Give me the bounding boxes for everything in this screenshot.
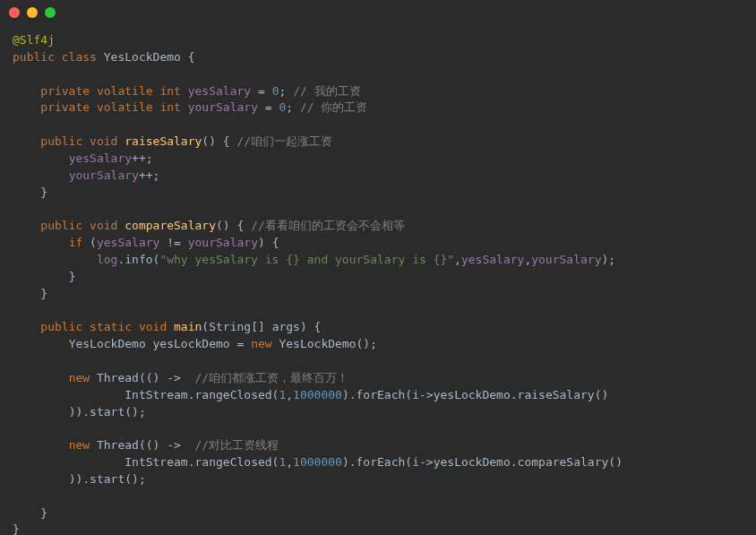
lambda-param: i: [412, 388, 419, 401]
field-ref: yesSalary: [461, 253, 524, 266]
keyword-int: int: [159, 84, 180, 98]
method-call: start: [90, 472, 125, 486]
method-call: forEach: [357, 388, 406, 401]
comment: //咱们一起涨工资: [236, 134, 332, 148]
field-name: yourSalary: [188, 100, 258, 114]
method-call: raiseSalary: [518, 388, 595, 401]
keyword-int: int: [159, 100, 180, 114]
method-call: compareSalary: [518, 455, 609, 469]
close-icon[interactable]: [9, 7, 20, 18]
class-ref: IntStream: [125, 455, 187, 469]
method-call: forEach: [357, 455, 406, 469]
comment: //咱们都涨工资，最终百万！: [195, 371, 349, 384]
string-literal: "why yesSalary is {} and yourSalary is {…: [159, 253, 454, 266]
method-call: rangeClosed: [195, 455, 272, 469]
logger: log: [97, 253, 117, 266]
field-name: yesSalary: [188, 84, 251, 98]
keyword-public: public: [40, 219, 82, 232]
keyword-void: void: [90, 219, 117, 232]
keyword-public: public: [40, 320, 82, 333]
param-name: args: [272, 320, 300, 333]
variable: yesLockDemo: [434, 388, 511, 401]
keyword-private: private: [40, 84, 90, 98]
maximize-icon[interactable]: [45, 7, 56, 18]
field-ref: yesSalary: [97, 236, 159, 249]
comment: //对比工资线程: [195, 438, 279, 452]
minimize-icon[interactable]: [27, 7, 38, 18]
field-ref: yesSalary: [69, 151, 132, 165]
method-call: start: [90, 405, 125, 419]
window-titlebar: [0, 0, 756, 25]
keyword-new: new: [69, 438, 90, 452]
class-ref: YesLockDemo: [69, 337, 146, 350]
comment: // 我的工资: [293, 84, 360, 98]
keyword-volatile: volatile: [97, 100, 153, 114]
keyword-void: void: [139, 320, 167, 333]
keyword-public: public: [40, 134, 82, 148]
method-name: raiseSalary: [125, 134, 202, 148]
method-call: info: [125, 253, 152, 266]
keyword-private: private: [40, 100, 90, 114]
field-ref: yourSalary: [69, 168, 139, 182]
comment: //看看咱们的工资会不会相等: [251, 219, 405, 232]
class-name: YesLockDemo: [104, 50, 181, 64]
field-ref: yourSalary: [531, 253, 601, 266]
keyword-new: new: [251, 337, 271, 350]
method-name: compareSalary: [125, 219, 216, 232]
keyword-void: void: [90, 134, 117, 148]
class-ref: YesLockDemo: [279, 337, 356, 350]
field-ref: yourSalary: [188, 236, 258, 249]
keyword-if: if: [69, 236, 83, 249]
number-literal: 1000000: [293, 455, 342, 469]
annotation: @Slf4j: [13, 33, 55, 47]
number-literal: 1000000: [293, 388, 342, 401]
variable: yesLockDemo: [434, 455, 511, 469]
class-ref: Thread: [97, 371, 139, 384]
method-call: rangeClosed: [195, 388, 272, 401]
class-ref: IntStream: [125, 388, 187, 401]
lambda-param: i: [412, 455, 419, 469]
param-type: String[]: [209, 320, 265, 333]
class-ref: Thread: [97, 438, 139, 452]
keyword-static: static: [90, 320, 132, 333]
comment: // 你的工资: [300, 100, 367, 114]
code-editor: @Slf4j public class YesLockDemo { privat…: [0, 25, 756, 535]
method-name: main: [174, 320, 202, 333]
keyword-volatile: volatile: [97, 84, 153, 98]
keyword-class: class: [62, 50, 97, 64]
variable: yesLockDemo: [153, 337, 230, 350]
keyword-new: new: [69, 371, 90, 384]
keyword-public: public: [13, 50, 55, 64]
